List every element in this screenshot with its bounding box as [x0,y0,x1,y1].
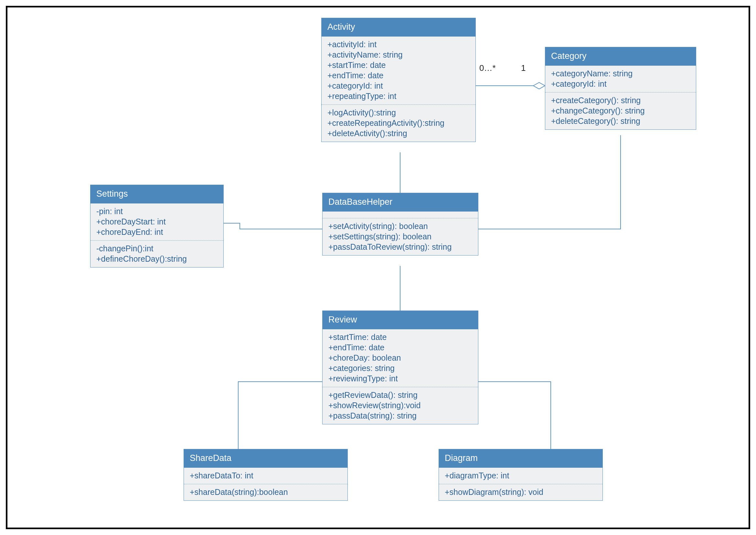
class-sharedata-title: ShareData [184,449,347,468]
class-dbhelper-ops: +setActivity(string): boolean +setSettin… [323,218,478,255]
class-settings-ops: -changePin():int +defineChoreDay():strin… [91,241,223,267]
attr: +categories: string [328,363,472,373]
class-sharedata: ShareData +shareDataTo: int +shareData(s… [184,449,348,501]
op: +showReview(string):void [328,400,472,410]
op: -changePin():int [96,243,218,254]
class-sharedata-ops: +shareData(string):boolean [184,484,347,500]
class-diagram-ops: +showDiagram(string): void [439,484,603,500]
op: +getReviewData(): string [328,390,472,400]
op: +passData(string): string [328,410,472,421]
class-activity: Activity +activityId: int +activityName:… [321,18,476,142]
class-review-attrs: +startTime: date +endTime: date +choreDa… [323,329,478,387]
class-category-ops: +createCategory(): string +changeCategor… [545,93,696,129]
class-dbhelper-attrs [323,211,478,218]
class-review: Review +startTime: date +endTime: date +… [322,311,478,424]
class-activity-ops: +logActivity():string +createRepeatingAc… [322,105,475,142]
attr: +reviewingType: int [328,373,472,383]
attr: +choreDay: boolean [328,352,472,363]
op: +shareData(string):boolean [190,487,342,497]
class-settings-attrs: -pin: int +choreDayStart: int +choreDayE… [91,204,223,240]
op: +deleteCategory(): string [551,116,690,126]
class-category: Category +categoryName: string +category… [545,47,696,130]
class-diagram: Diagram +diagramType: int +showDiagram(s… [439,449,603,501]
op: +changeCategory(): string [551,105,690,116]
attr: +choreDayEnd: int [96,227,218,237]
attr: +repeatingType: int [327,91,470,101]
class-dbhelper-title: DataBaseHelper [323,193,478,211]
attr: +categoryName: string [551,68,690,79]
attr: +startTime: date [327,60,470,70]
class-settings: Settings -pin: int +choreDayStart: int +… [90,185,224,268]
op: +createRepeatingActivity():string [327,118,470,128]
class-diagram-attrs: +diagramType: int [439,468,603,484]
class-activity-title: Activity [322,18,475,37]
attr: +endTime: date [328,342,472,352]
op: +deleteActivity():string [327,128,470,138]
op: +logActivity():string [327,107,470,118]
attr: +categoryId: int [551,79,690,89]
class-settings-title: Settings [91,185,223,204]
class-category-attrs: +categoryName: string +categoryId: int [545,66,696,92]
attr: +activityId: int [327,39,470,49]
attr: +startTime: date [328,332,472,342]
attr: -pin: int [96,206,218,216]
op: +createCategory(): string [551,95,690,105]
class-activity-attrs: +activityId: int +activityName: string +… [322,37,475,104]
op: +setActivity(string): boolean [328,221,472,231]
class-review-title: Review [323,311,478,329]
class-sharedata-attrs: +shareDataTo: int [184,468,347,484]
op: +showDiagram(string): void [445,487,597,497]
attr: +shareDataTo: int [190,470,342,481]
attr: +activityName: string [327,49,470,60]
attr: +diagramType: int [445,470,597,481]
attr: +choreDayStart: int [96,216,218,227]
op: +passDataToReview(string): string [328,241,472,252]
class-dbhelper: DataBaseHelper +setActivity(string): boo… [322,193,478,256]
class-category-title: Category [545,47,696,66]
multiplicity-category-side: 1 [521,63,526,73]
op: +setSettings(string): boolean [328,231,472,241]
op: +defineChoreDay():string [96,254,218,264]
class-diagram-title: Diagram [439,449,603,468]
class-review-ops: +getReviewData(): string +showReview(str… [323,387,478,424]
multiplicity-activity-side: 0…* [479,63,496,73]
attr: +categoryId: int [327,80,470,91]
attr: +endTime: date [327,70,470,80]
